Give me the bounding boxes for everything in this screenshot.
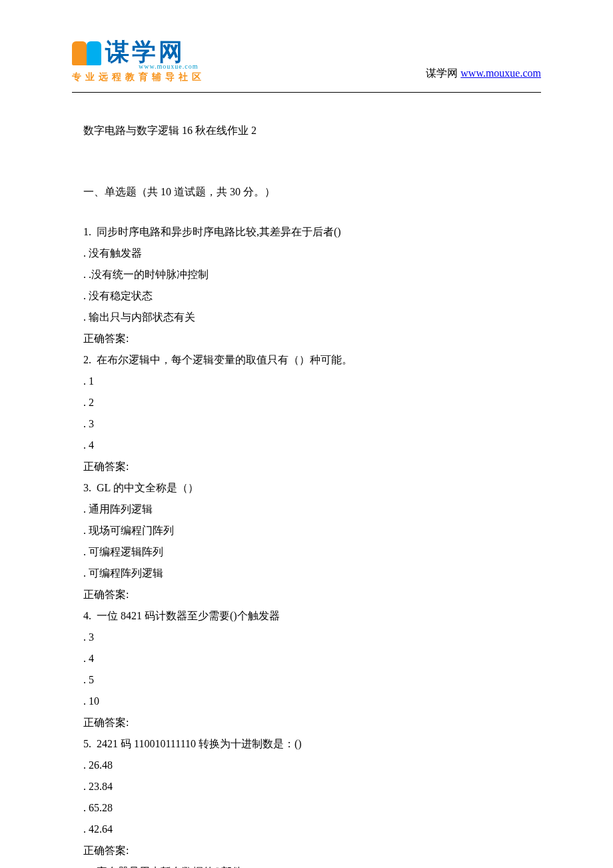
question-option: . 输出只与内部状态有关: [83, 307, 530, 328]
header-divider: [72, 92, 541, 93]
brand-logo-block: 谋学网 www.mouxue.com 专业远程教育辅导社区: [72, 40, 205, 83]
question-option: . 没有触发器: [83, 243, 530, 264]
question-option: . 没有稳定状态: [83, 285, 530, 307]
answer-label: 正确答案:: [83, 584, 530, 605]
site-reference: 谋学网 www.mouxue.com: [426, 67, 541, 83]
question-prompt: 2. 在布尔逻辑中，每个逻辑变量的取值只有（）种可能。: [83, 349, 530, 371]
question-prompt: 6. 寄存器是用来暂存数据的()部件。: [83, 861, 530, 868]
question-option: . 65.28: [83, 797, 530, 819]
section-heading: 一、单选题（共 10 道试题，共 30 分。）: [83, 181, 530, 203]
question-option: . 5: [83, 669, 530, 691]
question-option: . 3: [83, 413, 530, 435]
document-content: 数字电路与数字逻辑 16 秋在线作业 2 一、单选题（共 10 道试题，共 30…: [83, 120, 530, 868]
site-label: 谋学网: [426, 67, 460, 79]
question-option: . 26.48: [83, 755, 530, 776]
question-option: . 4: [83, 648, 530, 669]
question-prompt: 5. 2421 码 110010111110 转换为十进制数是：(): [83, 733, 530, 755]
question-option: . 4: [83, 435, 530, 456]
answer-label: 正确答案:: [83, 712, 530, 733]
question-prompt: 4. 一位 8421 码计数器至少需要()个触发器: [83, 605, 530, 627]
question-option: . 可编程逻辑阵列: [83, 541, 530, 563]
question-option: . 现场可编程门阵列: [83, 520, 530, 541]
question-option: . 2: [83, 392, 530, 413]
brand-name: 谋学网: [105, 40, 198, 64]
question-option: . 可编程阵列逻辑: [83, 563, 530, 584]
answer-label: 正确答案:: [83, 328, 530, 349]
question-option: . .没有统一的时钟脉冲控制: [83, 264, 530, 285]
page-header: 谋学网 www.mouxue.com 专业远程教育辅导社区 谋学网 www.mo…: [72, 40, 541, 89]
question-option: . 通用阵列逻辑: [83, 499, 530, 520]
question-option: . 3: [83, 627, 530, 648]
brand-domain-small: www.mouxue.com: [139, 63, 198, 70]
question-option: . 42.64: [83, 819, 530, 840]
question-option: . 1: [83, 371, 530, 392]
question-prompt: 1. 同步时序电路和异步时序电路比较,其差异在于后者(): [83, 221, 530, 243]
site-link[interactable]: www.mouxue.com: [460, 67, 541, 79]
question-option: . 23.84: [83, 776, 530, 797]
document-title: 数字电路与数字逻辑 16 秋在线作业 2: [83, 120, 530, 141]
brand-subtitle: 专业远程教育辅导社区: [72, 71, 205, 83]
book-icon: [72, 45, 101, 65]
answer-label: 正确答案:: [83, 840, 530, 861]
brand-logo-top: 谋学网 www.mouxue.com: [72, 40, 205, 70]
question-prompt: 3. GL 的中文全称是（）: [83, 477, 530, 499]
question-option: . 10: [83, 691, 530, 712]
answer-label: 正确答案:: [83, 456, 530, 477]
